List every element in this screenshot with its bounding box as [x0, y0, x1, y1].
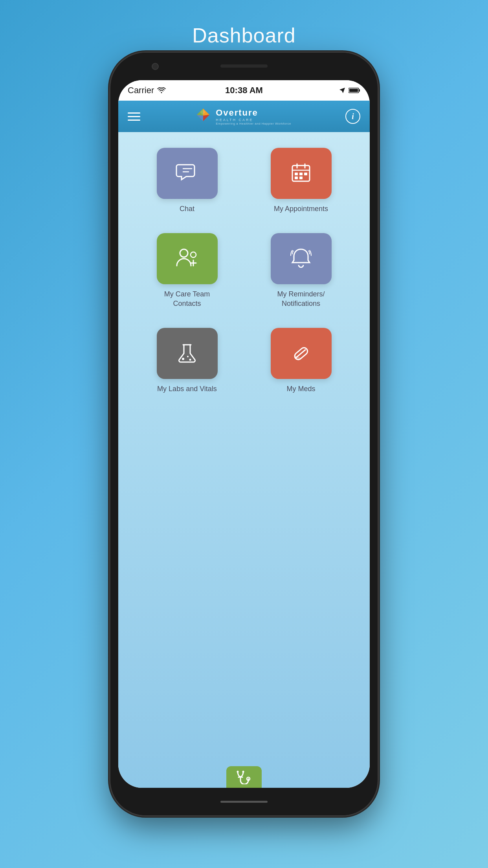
camera	[152, 63, 159, 70]
svg-point-23	[182, 358, 184, 360]
chat-icon	[174, 162, 200, 185]
svg-point-29	[237, 771, 239, 772]
phone-shell: Carrier 10:38 AM	[110, 53, 378, 815]
logo-sub: HEALTH CARE	[216, 118, 291, 122]
screen: Carrier 10:38 AM	[118, 80, 370, 788]
info-button[interactable]: i	[345, 109, 360, 124]
svg-rect-1	[359, 89, 360, 92]
carrier-label: Carrier	[128, 85, 154, 96]
tile-container-appointments: My Appointments	[266, 148, 336, 213]
dashboard-content: Chat	[118, 132, 370, 788]
svg-point-19	[191, 252, 196, 257]
tile-container-labs: My Labs and Vitals	[152, 328, 222, 394]
svg-point-18	[180, 249, 188, 257]
meds-tile[interactable]	[271, 328, 332, 379]
calendar-icon	[289, 162, 313, 185]
svg-rect-14	[299, 173, 303, 175]
svg-point-24	[187, 356, 189, 357]
logo-area: Overture HEALTH CARE Empowering a Health…	[194, 108, 291, 125]
pill-icon	[288, 342, 314, 365]
svg-marker-5	[197, 115, 203, 121]
tile-row-1: Chat	[130, 148, 358, 213]
svg-rect-15	[304, 173, 307, 175]
svg-point-25	[189, 359, 191, 361]
logo-name: Overture	[216, 108, 291, 118]
nav-bar: Overture HEALTH CARE Empowering a Health…	[118, 101, 370, 132]
svg-rect-16	[295, 177, 298, 179]
tile-row-2: My Care Team Contacts	[130, 233, 358, 308]
tile-container-chat: Chat	[152, 148, 222, 213]
tile-container-care-team: My Care Team Contacts	[152, 233, 222, 308]
time-display: 10:38 AM	[225, 85, 263, 96]
people-icon	[174, 247, 200, 270]
location-icon	[339, 87, 345, 94]
flask-icon	[175, 342, 199, 365]
chat-label: Chat	[180, 204, 194, 213]
top-bezel	[110, 53, 378, 80]
svg-point-30	[242, 771, 244, 772]
labs-tile[interactable]	[157, 328, 218, 379]
page-title: Dashboard	[0, 24, 488, 47]
bottom-spacer	[130, 414, 358, 437]
speaker	[220, 64, 268, 68]
status-bar: Carrier 10:38 AM	[118, 80, 370, 101]
logo-diamond	[194, 108, 212, 125]
labs-label: My Labs and Vitals	[157, 384, 217, 394]
bottom-bezel	[110, 788, 378, 815]
logo-text: Overture HEALTH CARE Empowering a Health…	[216, 108, 291, 125]
tile-container-reminders: My Reminders/ Notifications	[266, 233, 336, 308]
stethoscope-icon	[235, 770, 253, 784]
bell-icon	[289, 247, 313, 270]
appointments-label: My Appointments	[274, 204, 328, 213]
chat-tile[interactable]	[157, 148, 218, 199]
appointments-tile[interactable]	[271, 148, 332, 199]
home-indicator	[220, 801, 268, 803]
tile-container-meds: My Meds	[266, 328, 336, 394]
care-team-label: My Care Team Contacts	[152, 290, 222, 308]
meds-label: My Meds	[286, 384, 315, 394]
care-team-tile[interactable]	[157, 233, 218, 284]
svg-rect-13	[295, 173, 298, 175]
reminders-tile[interactable]	[271, 233, 332, 284]
logo-tagline: Empowering a Healthier and Happier Workf…	[216, 122, 291, 125]
bottom-tab[interactable]	[226, 766, 262, 788]
svg-rect-2	[349, 89, 358, 92]
reminders-label: My Reminders/ Notifications	[266, 290, 336, 308]
tile-row-3: My Labs and Vitals My Meds	[130, 328, 358, 394]
wifi-icon	[157, 87, 166, 94]
menu-button[interactable]	[128, 112, 140, 121]
battery-icon	[349, 87, 360, 94]
svg-marker-7	[203, 115, 209, 121]
svg-rect-17	[299, 177, 303, 179]
